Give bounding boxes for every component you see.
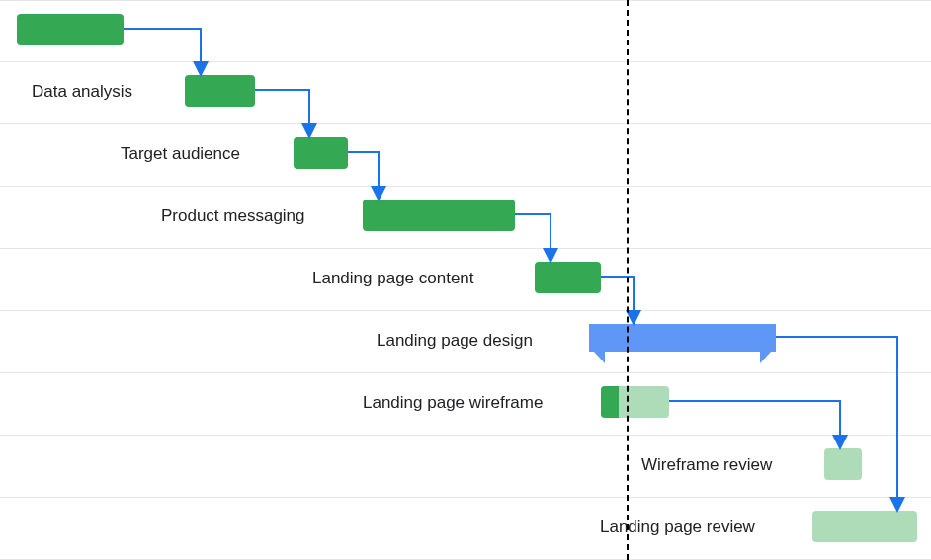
gantt-row-5: Landing page design (0, 310, 931, 372)
gantt-row-3: Product messaging (0, 186, 931, 248)
task-label-landing-page-wireframe: Landing page wireframe (363, 393, 543, 413)
task-label-wireframe-review: Wireframe review (641, 455, 772, 475)
group-bar-landing-page-design[interactable] (589, 324, 776, 365)
task-bar-landing-page-review[interactable] (812, 511, 917, 542)
gantt-row-8: Landing page review (0, 497, 931, 560)
task-bar-wireframe-review[interactable] (824, 448, 862, 480)
task-label-landing-page-design: Landing page design (377, 331, 533, 351)
gantt-row-4: Landing page content (0, 248, 931, 310)
task-bar-target-audience[interactable] (294, 137, 348, 169)
task-bar-data-analysis[interactable] (185, 75, 255, 107)
gantt-row-6: Landing page wireframe (0, 372, 931, 435)
task-bar-landing-page-wireframe[interactable] (601, 386, 669, 418)
task-label-landing-page-content: Landing page content (312, 269, 474, 288)
task-bar-landing-page-content[interactable] (535, 262, 601, 293)
gantt-row-2: Target audience (0, 123, 931, 186)
task-bar-unlabeled[interactable] (17, 14, 124, 45)
task-bar-landing-page-wireframe-progress (601, 386, 619, 418)
task-label-data-analysis: Data analysis (32, 82, 132, 102)
gantt-row-0 (0, 0, 931, 62)
task-label-landing-page-review: Landing page review (600, 518, 755, 537)
today-line (627, 0, 629, 560)
task-label-target-audience: Target audience (121, 144, 240, 164)
gantt-row-1: Data analysis (0, 61, 931, 123)
gantt-row-7: Wireframe review (0, 435, 931, 497)
task-label-product-messaging: Product messaging (161, 206, 305, 226)
task-bar-product-messaging[interactable] (363, 200, 515, 231)
